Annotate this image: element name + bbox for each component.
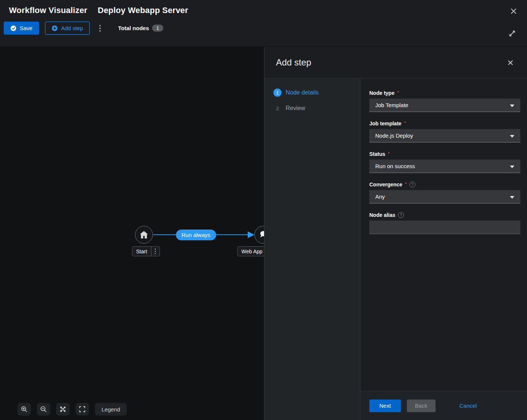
node-type-field: Node type * Job Template [369, 90, 520, 112]
node-details-form: Node type * Job Template Job template * [360, 79, 527, 391]
caret-down-icon [510, 135, 514, 138]
status-label: Status [369, 151, 385, 157]
status-field: Status * Run on success [369, 151, 520, 173]
save-button[interactable]: Save [4, 22, 39, 35]
convergence-value: Any [375, 193, 385, 200]
convergence-select[interactable]: Any [369, 190, 520, 203]
kebab-icon [155, 249, 156, 254]
wizard-footer: Next Back Cancel [360, 391, 527, 420]
total-nodes-label: Total nodes [118, 25, 149, 31]
toolbar: Save Add step Total nodes 1 [0, 22, 527, 35]
start-node-label: Start [132, 246, 160, 256]
required-asterisk: * [397, 90, 399, 95]
node-alias-field: Node alias ? [369, 212, 520, 234]
node-alias-input[interactable] [369, 221, 520, 234]
node-alias-label: Node alias [369, 212, 395, 218]
status-value: Run on success [375, 163, 415, 169]
title-row: Workflow Visualizer Deploy Webapp Server [0, 0, 527, 15]
expand-arrows-icon [508, 30, 516, 37]
fullscreen-button[interactable] [75, 403, 89, 416]
required-asterisk: * [404, 120, 406, 126]
wizard-content: Node type * Job Template Job template * [360, 79, 527, 420]
fullscreen-brackets-icon [79, 406, 86, 413]
caret-down-icon [510, 196, 514, 199]
start-node-kebab-button[interactable] [151, 247, 160, 256]
webapp-node-label-text: Web App D [238, 247, 264, 256]
workflow-canvas[interactable]: Run always Start Web App D [0, 47, 264, 420]
expand-arrows-alt-icon [60, 406, 66, 413]
wizard-step-node-details[interactable]: 1 Node details [273, 89, 351, 97]
wizard-nav: 1 Node details 2 Review [264, 79, 360, 420]
next-button[interactable]: Next [369, 400, 401, 412]
add-step-title: Add step [276, 57, 507, 68]
top-bar: Workflow Visualizer Deploy Webapp Server… [0, 0, 527, 47]
wizard-step-label: Review [286, 105, 305, 112]
add-step-panel: Add step 1 Node details 2 Review [264, 47, 527, 420]
back-button[interactable]: Back [407, 400, 436, 412]
close-add-step-button[interactable] [507, 59, 514, 67]
add-step-panel-body: 1 Node details 2 Review Node type * [264, 79, 527, 420]
check-circle-icon [10, 25, 16, 31]
zoom-in-button[interactable] [17, 403, 31, 416]
required-asterisk: * [388, 151, 390, 156]
job-template-select[interactable]: Node.js Deploy [369, 129, 520, 142]
node-type-label: Node type [369, 90, 395, 96]
wizard-step-number: 1 [273, 89, 282, 97]
question-circle-icon[interactable]: ? [398, 212, 404, 218]
add-step-button[interactable]: Add step [45, 22, 90, 35]
status-select[interactable]: Run on success [369, 160, 520, 173]
convergence-field: Convergence * ? Any [369, 182, 520, 203]
close-icon [511, 8, 517, 14]
kebab-icon [99, 25, 101, 32]
start-node[interactable] [135, 226, 153, 244]
legend-button-label: Legend [102, 406, 120, 413]
question-circle-icon[interactable]: ? [409, 182, 415, 187]
convergence-label: Convergence [369, 182, 402, 187]
wizard-step-number: 2 [273, 104, 282, 112]
webapp-node-label: Web App D [237, 246, 264, 256]
edge-label-run-always[interactable]: Run always [176, 230, 216, 240]
fit-to-screen-button[interactable] [56, 403, 70, 416]
zoom-out-button[interactable] [37, 403, 50, 416]
caret-down-icon [510, 166, 514, 168]
workflow-name: Deploy Webapp Server [98, 6, 188, 15]
add-step-button-label: Add step [61, 25, 83, 31]
start-node-label-text: Start [132, 247, 151, 256]
zoom-in-icon [21, 406, 28, 413]
page-title: Workflow Visualizer [9, 6, 87, 15]
cancel-button[interactable]: Cancel [459, 403, 477, 409]
save-button-label: Save [20, 25, 32, 31]
close-visualizer-button[interactable] [509, 7, 518, 16]
job-template-value: Node.js Deploy [375, 132, 413, 139]
caret-down-icon [510, 105, 514, 107]
edge-label-text: Run always [181, 232, 211, 238]
required-asterisk: * [405, 181, 407, 187]
plus-circle-icon [52, 25, 58, 31]
job-template-field: Job template * Node.js Deploy [369, 121, 520, 142]
workflow-edge [0, 47, 264, 420]
close-icon [508, 60, 513, 65]
wizard-step-review[interactable]: 2 Review [273, 104, 351, 112]
node-type-value: Job Template [375, 102, 408, 108]
home-icon [139, 231, 148, 239]
legend-button[interactable]: Legend [95, 403, 127, 416]
job-template-label: Job template [369, 121, 401, 126]
wizard-step-label: Node details [286, 89, 319, 96]
node-type-select[interactable]: Job Template [369, 99, 520, 112]
total-nodes-badge: 1 [152, 25, 163, 32]
total-nodes: Total nodes 1 [118, 25, 163, 32]
toolbar-kebab-button[interactable] [98, 23, 102, 33]
expand-panel-button[interactable] [507, 28, 517, 39]
job-template-node-icon [258, 230, 264, 240]
zoom-out-icon [40, 406, 47, 413]
workflow-visualizer-app: Workflow Visualizer Deploy Webapp Server… [0, 0, 527, 420]
canvas-controls: Legend [17, 403, 127, 416]
add-step-panel-header: Add step [264, 47, 527, 78]
